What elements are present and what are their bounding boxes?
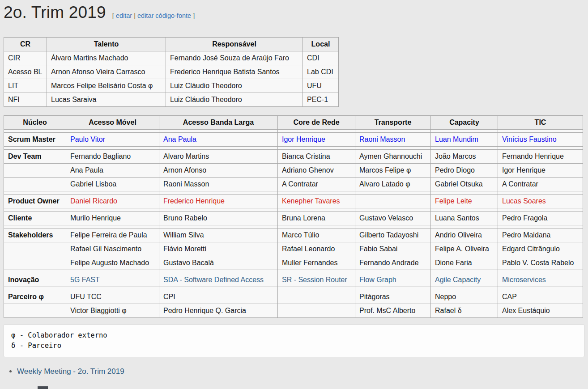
header-row: CRTalentoResponsávelLocal — [4, 38, 339, 51]
spacer-cell — [278, 191, 355, 194]
cell: Victor Biaggiotti φ — [66, 304, 159, 318]
table-row: Dev TeamFernando BaglianoAlvaro MartinsB… — [4, 150, 583, 164]
edit-source-link[interactable]: editar código-fonte — [137, 12, 191, 19]
spacer-cell — [355, 270, 431, 273]
cell: Felipe Augusto Machado — [66, 256, 159, 270]
cell: Adriano Ghenov — [278, 164, 355, 178]
table-body: Scrum MasterPaulo VitorAna PaulaIgor Hen… — [4, 130, 583, 318]
cell — [278, 304, 355, 318]
cell: Flávio Moretti — [159, 242, 278, 256]
cell: Arnon Afonso — [159, 164, 278, 178]
spacer-cell — [431, 287, 498, 290]
person-link[interactable]: Vinícius Faustino — [502, 135, 557, 143]
row-label-cell — [4, 256, 66, 270]
person-link[interactable]: Felipe Leite — [435, 197, 472, 205]
person-link[interactable]: 5G FAST — [70, 276, 100, 283]
spacer-cell — [278, 270, 355, 273]
spacer-cell — [355, 130, 431, 133]
cell: Gabriel Otsuka — [431, 178, 498, 191]
table-row: Rafael Gil NascimentoFlávio MorettiRafae… — [4, 242, 583, 256]
person-link[interactable]: Igor Henrique — [282, 135, 325, 143]
spacer-cell — [431, 270, 498, 273]
spacer-cell — [4, 287, 66, 290]
person-link[interactable]: Raoni Masson — [359, 135, 405, 143]
page-title: 2o. Trim 2019 — [4, 3, 106, 22]
cell: Pedro Fragola — [498, 211, 583, 225]
person-link[interactable]: Lucas Soares — [502, 197, 546, 205]
cell: Vinícius Faustino — [498, 133, 583, 147]
person-link[interactable]: Paulo Vitor — [70, 135, 105, 143]
cell: Fabio Sabai — [355, 242, 431, 256]
column-header: Capacity — [431, 116, 498, 130]
spacer-cell — [498, 208, 583, 211]
cell: Rafael Leonardo — [278, 242, 355, 256]
weekly-meeting-link[interactable]: Weekly Meeting - 2o. Trim 2019 — [17, 367, 124, 376]
person-link[interactable]: Daniel Ricardo — [70, 197, 117, 205]
header-row: NúcleoAcesso MóvelAcesso Banda LargaCore… — [4, 116, 583, 130]
cell: Luiz Cláudio Theodoro — [166, 79, 303, 93]
column-header: Core de Rede — [278, 116, 355, 130]
spacer-cell — [4, 270, 66, 273]
cell: Acesso BL — [4, 65, 47, 79]
spacer-cell — [498, 287, 583, 290]
cell: A Contratar — [278, 178, 355, 191]
cell: Fernando Andrade — [355, 256, 431, 270]
edit-link[interactable]: editar — [116, 12, 132, 19]
spacer-cell — [66, 130, 159, 133]
cell: Lucas Saraiva — [47, 93, 166, 107]
spacer-cell — [4, 191, 66, 194]
page-heading-row: 2o. Trim 2019 [ editar | editar código-f… — [4, 3, 584, 22]
cell: SDA - Software Defined Access — [159, 273, 278, 287]
row-label-cell — [4, 164, 66, 178]
cr-talent-table: CRTalentoResponsávelLocalCIRÁlvaro Marti… — [4, 37, 339, 107]
row-label-cell: Inovação — [4, 273, 66, 287]
table-row: Ana PaulaArnon AfonsoAdriano GhenovMarco… — [4, 164, 583, 178]
spacer-cell — [4, 225, 66, 228]
person-link[interactable]: Kenepher Tavares — [282, 197, 340, 205]
spacer-cell — [66, 208, 159, 211]
cell: Gilberto Tadayoshi — [355, 228, 431, 242]
person-link[interactable]: Flow Graph — [359, 276, 396, 283]
column-header: Acesso Móvel — [66, 116, 159, 130]
cell: Lab CDI — [303, 65, 339, 79]
spacer-cell — [278, 208, 355, 211]
table-head: CRTalentoResponsávelLocal — [4, 38, 339, 51]
table-row: NFILucas SaraivaLuiz Cláudio TheodoroPEC… — [4, 93, 339, 107]
cell: Fernando José Souza de Araújo Faro — [166, 51, 303, 65]
table-head: NúcleoAcesso MóvelAcesso Banda LargaCore… — [4, 116, 583, 130]
cell: Marco Túlio — [278, 228, 355, 242]
cell: Edgard Citrângulo — [498, 242, 583, 256]
person-link[interactable]: SDA - Software Defined Access — [163, 276, 264, 283]
cell: Marcos Felipe φ — [355, 164, 431, 178]
person-link[interactable]: Microservices — [502, 276, 546, 283]
cell: Pedro Diogo — [431, 164, 498, 178]
person-link[interactable]: Agile Capacity — [435, 276, 481, 283]
cell: Ana Paula — [66, 164, 159, 178]
table-row: LITMarcos Felipe Belisário Costa φLuiz C… — [4, 79, 339, 93]
spacer-cell — [355, 208, 431, 211]
cell: João Marcos — [431, 150, 498, 164]
cell: Raoni Masson — [355, 133, 431, 147]
row-label-cell: Parceiro φ — [4, 290, 66, 304]
person-link[interactable]: Luan Mundim — [435, 135, 478, 143]
table-row: Parceiro φUFU TCCCPIPitágorasNeppoCAP — [4, 290, 583, 304]
cell: UFU — [303, 79, 339, 93]
person-link[interactable]: Frederico Henrique — [163, 197, 225, 205]
spacer-cell — [431, 130, 498, 133]
row-label-cell: Product Owner — [4, 194, 66, 208]
spacer-cell — [159, 287, 278, 290]
person-link[interactable]: SR - Session Router — [282, 276, 347, 283]
person-link[interactable]: Ana Paula — [163, 135, 196, 143]
cell: Kenepher Tavares — [278, 194, 355, 208]
spacer-cell — [498, 225, 583, 228]
table-row: Victor Biaggiotti φPedro Henrique Q. Gar… — [4, 304, 583, 318]
cell: Lucas Soares — [498, 194, 583, 208]
spacer-cell — [278, 130, 355, 133]
spacer-cell — [4, 147, 66, 150]
column-header: CR — [4, 38, 47, 51]
spacer-cell — [431, 225, 498, 228]
cell: Fernando Henrique — [498, 150, 583, 164]
column-header: Local — [303, 38, 339, 51]
spacer-cell — [278, 225, 355, 228]
cell: Igor Henrique — [498, 164, 583, 178]
